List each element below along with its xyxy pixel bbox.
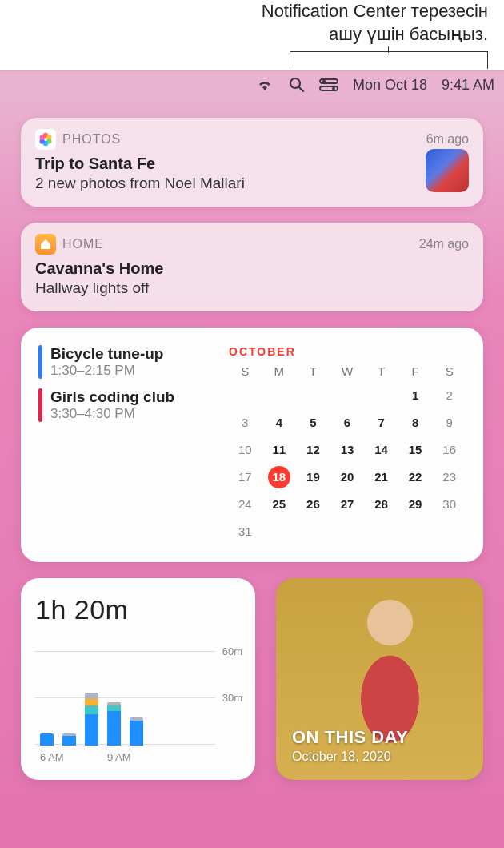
calendar-day[interactable]: 6 bbox=[336, 412, 358, 434]
menubar-time[interactable]: 9:41 AM bbox=[442, 77, 494, 94]
calendar-day bbox=[302, 384, 324, 407]
calendar-event[interactable]: Bicycle tune-up 1:30–2:15 PM bbox=[38, 345, 214, 379]
svg-point-3 bbox=[322, 80, 326, 83]
screen-time-xtick: 6 AM bbox=[40, 751, 54, 763]
calendar-day[interactable]: 4 bbox=[268, 412, 290, 434]
notification-title: Trip to Santa Fe bbox=[35, 155, 469, 173]
spotlight-icon[interactable] bbox=[289, 77, 305, 93]
screen-time-widget[interactable]: 1h 20m 60m 30m 6 AM9 AM bbox=[21, 578, 255, 780]
calendar-widget[interactable]: Bicycle tune-up 1:30–2:15 PM Girls codin… bbox=[21, 328, 483, 562]
notification-body: Hallway lights off bbox=[35, 279, 469, 297]
notification-thumbnail bbox=[426, 149, 469, 192]
screen-time-segment bbox=[62, 736, 76, 746]
notification-home[interactable]: HOME 24m ago Cavanna's Home Hallway ligh… bbox=[21, 223, 483, 311]
on-this-day-widget[interactable]: On This Day October 18, 2020 bbox=[276, 578, 483, 780]
notification-photos[interactable]: PHOTOS 6m ago Trip to Santa Fe 2 new pho… bbox=[21, 118, 483, 207]
calendar-dow: T bbox=[365, 364, 398, 380]
event-color-bar bbox=[38, 345, 42, 379]
calendar-day[interactable]: 1 bbox=[404, 384, 426, 407]
calendar-day[interactable]: 22 bbox=[404, 466, 426, 488]
menu-bar: Mon Oct 18 9:41 AM bbox=[0, 71, 504, 98]
screen-time-xtick bbox=[62, 751, 76, 763]
notification-app-name: HOME bbox=[62, 237, 104, 251]
calendar-dow: W bbox=[331, 364, 364, 380]
calendar-day[interactable]: 21 bbox=[370, 466, 393, 488]
calendar-dow: S bbox=[433, 364, 466, 380]
control-center-icon[interactable] bbox=[319, 78, 338, 91]
screen-time-xtick bbox=[130, 751, 143, 763]
calendar-dow: M bbox=[263, 364, 296, 380]
calendar-day[interactable]: 16 bbox=[438, 439, 461, 461]
event-title: Bicycle tune-up bbox=[50, 345, 163, 363]
screen-time-segment bbox=[130, 721, 143, 746]
calendar-day[interactable]: 13 bbox=[336, 439, 358, 461]
callout-bracket bbox=[290, 51, 488, 69]
screen-time-segment bbox=[85, 714, 98, 746]
calendar-day[interactable]: 2 bbox=[438, 384, 461, 407]
calendar-day[interactable]: 9 bbox=[438, 412, 461, 434]
calendar-day[interactable]: 29 bbox=[404, 493, 426, 516]
svg-point-0 bbox=[290, 78, 300, 88]
event-time: 3:30–4:30 PM bbox=[50, 406, 174, 422]
screen-time-bar bbox=[62, 733, 76, 746]
calendar-day[interactable]: 7 bbox=[370, 412, 393, 434]
notification-app-name: PHOTOS bbox=[62, 132, 121, 147]
svg-line-1 bbox=[299, 87, 303, 91]
screen-time-xtick bbox=[152, 751, 166, 763]
notification-time: 6m ago bbox=[426, 132, 469, 147]
calendar-day[interactable]: 3 bbox=[234, 412, 256, 434]
screen-time-ytick: 60m bbox=[222, 645, 242, 657]
screen-time-segment bbox=[40, 733, 54, 746]
calendar-day bbox=[336, 384, 358, 407]
screen-time-total: 1h 20m bbox=[35, 594, 242, 625]
calendar-day[interactable]: 5 bbox=[302, 412, 324, 434]
calendar-day[interactable]: 17 bbox=[234, 466, 256, 488]
calendar-day[interactable]: 31 bbox=[234, 520, 256, 543]
notification-center: Mon Oct 18 9:41 AM PHOTOS 6m ago Trip to… bbox=[0, 70, 504, 848]
home-icon bbox=[35, 234, 56, 255]
calendar-day[interactable]: 12 bbox=[302, 439, 324, 461]
event-title: Girls coding club bbox=[50, 388, 174, 406]
screen-time-bar bbox=[85, 693, 98, 746]
screen-time-ytick: 30m bbox=[222, 692, 242, 704]
screen-time-segment bbox=[107, 711, 121, 746]
calendar-dow: T bbox=[297, 364, 330, 380]
calendar-day[interactable]: 10 bbox=[234, 439, 256, 461]
calendar-dow: F bbox=[399, 364, 432, 380]
screen-time-segment bbox=[85, 693, 98, 699]
calendar-day[interactable]: 25 bbox=[268, 493, 290, 516]
calendar-day[interactable]: 24 bbox=[234, 493, 256, 516]
screen-time-xtick: 9 AM bbox=[107, 751, 121, 763]
calendar-day[interactable]: 11 bbox=[268, 439, 290, 461]
calendar-day[interactable]: 14 bbox=[370, 439, 393, 461]
calendar-event[interactable]: Girls coding club 3:30–4:30 PM bbox=[38, 388, 214, 422]
callout-label: Notification Center терезесін ашу үшін б… bbox=[262, 0, 488, 46]
screen-time-segment bbox=[85, 705, 98, 715]
screen-time-bar bbox=[40, 733, 54, 746]
calendar-day[interactable]: 15 bbox=[404, 439, 426, 461]
wifi-icon[interactable] bbox=[255, 78, 274, 92]
calendar-day[interactable]: 20 bbox=[336, 466, 358, 488]
calendar-day[interactable]: 8 bbox=[404, 412, 426, 434]
calendar-day[interactable]: 27 bbox=[336, 493, 358, 516]
calendar-day[interactable]: 30 bbox=[438, 493, 461, 516]
screen-time-segment bbox=[107, 705, 121, 712]
calendar-day[interactable]: 28 bbox=[370, 493, 393, 516]
notification-body: 2 new photos from Noel Mallari bbox=[35, 175, 469, 192]
calendar-day[interactable]: 23 bbox=[438, 466, 461, 488]
svg-point-11 bbox=[40, 135, 45, 139]
calendar-day[interactable]: 19 bbox=[302, 466, 324, 488]
calendar-day[interactable]: 18 bbox=[268, 466, 290, 488]
menubar-date[interactable]: Mon Oct 18 bbox=[353, 77, 427, 94]
calendar-month-view: OCTOBER SMTWTFS1234567891011121314151617… bbox=[229, 345, 466, 543]
calendar-day bbox=[268, 384, 290, 407]
callout-line2: ашу үшін басыңыз. bbox=[262, 23, 488, 46]
event-color-bar bbox=[38, 388, 42, 422]
calendar-day[interactable]: 26 bbox=[302, 493, 324, 516]
notification-title: Cavanna's Home bbox=[35, 259, 469, 278]
on-this-day-title: On This Day bbox=[292, 727, 408, 748]
screen-time-xtick bbox=[85, 751, 98, 763]
callout-line1: Notification Center терезесін bbox=[262, 0, 488, 23]
calendar-dow: S bbox=[229, 364, 262, 380]
screen-time-chart: 60m 30m 6 AM9 AM bbox=[35, 643, 242, 763]
